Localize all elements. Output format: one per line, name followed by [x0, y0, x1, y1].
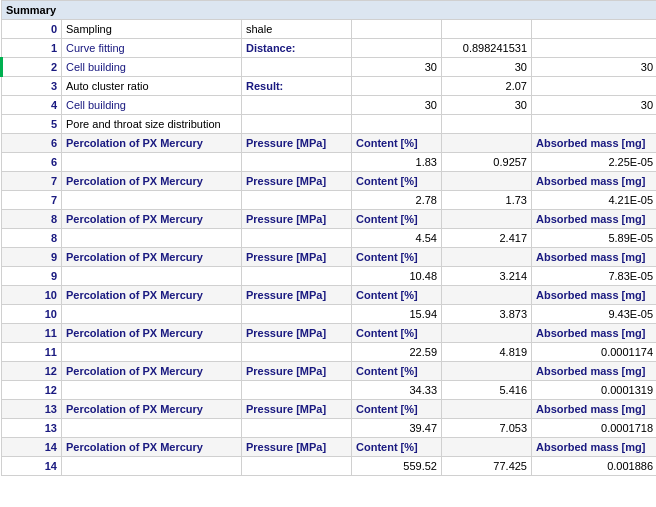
col4-value: 0.898241531: [442, 39, 532, 58]
col2-value: Pressure [MPa]: [242, 134, 352, 153]
col2-value: Distance:: [242, 39, 352, 58]
col4-value: [442, 210, 532, 229]
row-number: 2: [2, 58, 62, 77]
col3-value: 10.48: [352, 267, 442, 286]
data-row: 1Curve fittingDistance:0.898241531: [2, 39, 657, 58]
row-number: 1: [2, 39, 62, 58]
col2-value: Pressure [MPa]: [242, 324, 352, 343]
row-number: 6: [2, 153, 62, 172]
col5-value: Absorbed mass [mg]: [532, 362, 657, 381]
col4-value: [442, 362, 532, 381]
col4-value: [442, 172, 532, 191]
col5-value: 9.43E-05: [532, 305, 657, 324]
data-row: 0Samplingshale: [2, 20, 657, 39]
row-label: [62, 381, 242, 400]
col5-value: Absorbed mass [mg]: [532, 400, 657, 419]
col5-value: 4.21E-05: [532, 191, 657, 210]
section-header-row: 11Percolation of PX MercuryPressure [MPa…: [2, 324, 657, 343]
col2-value: [242, 457, 352, 476]
col2-value: [242, 153, 352, 172]
col5-value: [532, 39, 657, 58]
col4-value: [442, 286, 532, 305]
row-number: 8: [2, 229, 62, 248]
col3-value: Content [%]: [352, 286, 442, 305]
col4-value: [442, 324, 532, 343]
col5-value: 0.0001174: [532, 343, 657, 362]
col4-value: [442, 134, 532, 153]
row-number: 3: [2, 77, 62, 96]
col5-value: Absorbed mass [mg]: [532, 286, 657, 305]
section-header-row: 10Percolation of PX MercuryPressure [MPa…: [2, 286, 657, 305]
col2-value: [242, 229, 352, 248]
col2-value: [242, 58, 352, 77]
col3-value: 34.33: [352, 381, 442, 400]
col3-value: 30: [352, 96, 442, 115]
col5-value: Absorbed mass [mg]: [532, 324, 657, 343]
row-number: 7: [2, 191, 62, 210]
row-number: 0: [2, 20, 62, 39]
data-indent-row: 84.542.4175.89E-05: [2, 229, 657, 248]
col4-value: 2.07: [442, 77, 532, 96]
summary-header-row: Summary: [2, 1, 657, 20]
col5-value: 30: [532, 96, 657, 115]
col5-value: 5.89E-05: [532, 229, 657, 248]
col2-value: Pressure [MPa]: [242, 172, 352, 191]
col3-value: 39.47: [352, 419, 442, 438]
col5-value: Absorbed mass [mg]: [532, 248, 657, 267]
row-label: Percolation of PX Mercury: [62, 362, 242, 381]
col3-value: Content [%]: [352, 172, 442, 191]
col2-value: Pressure [MPa]: [242, 210, 352, 229]
col3-value: Content [%]: [352, 324, 442, 343]
col4-value: 5.416: [442, 381, 532, 400]
data-indent-row: 910.483.2147.83E-05: [2, 267, 657, 286]
col2-value: [242, 381, 352, 400]
row-number: 13: [2, 400, 62, 419]
col2-value: Pressure [MPa]: [242, 438, 352, 457]
col5-value: Absorbed mass [mg]: [532, 438, 657, 457]
summary-table: Summary0Samplingshale1Curve fittingDista…: [0, 0, 656, 476]
col2-value: Pressure [MPa]: [242, 286, 352, 305]
col2-value: Pressure [MPa]: [242, 248, 352, 267]
col3-value: 1.83: [352, 153, 442, 172]
section-header-row: 14Percolation of PX MercuryPressure [MPa…: [2, 438, 657, 457]
data-indent-row: 14559.5277.4250.001886: [2, 457, 657, 476]
col4-value: 30: [442, 58, 532, 77]
col3-value: Content [%]: [352, 134, 442, 153]
col5-value: Absorbed mass [mg]: [532, 172, 657, 191]
row-number: 9: [2, 248, 62, 267]
row-label: [62, 457, 242, 476]
section-header-row: 8Percolation of PX MercuryPressure [MPa]…: [2, 210, 657, 229]
row-label: Cell building: [62, 96, 242, 115]
row-label: Percolation of PX Mercury: [62, 134, 242, 153]
col5-value: 7.83E-05: [532, 267, 657, 286]
col3-value: Content [%]: [352, 400, 442, 419]
col3-value: 22.59: [352, 343, 442, 362]
row-number: 7: [2, 172, 62, 191]
row-number: 12: [2, 362, 62, 381]
main-table-container: Summary0Samplingshale1Curve fittingDista…: [0, 0, 656, 476]
col4-value: 7.053: [442, 419, 532, 438]
col3-value: Content [%]: [352, 438, 442, 457]
col3-value: 2.78: [352, 191, 442, 210]
col4-value: 3.873: [442, 305, 532, 324]
col2-value: [242, 191, 352, 210]
row-label: Cell building: [62, 58, 242, 77]
data-row: 5Pore and throat size distribution: [2, 115, 657, 134]
col4-value: 77.425: [442, 457, 532, 476]
row-label: Sampling: [62, 20, 242, 39]
row-label: Percolation of PX Mercury: [62, 172, 242, 191]
row-number: 10: [2, 305, 62, 324]
data-indent-row: 72.781.734.21E-05: [2, 191, 657, 210]
col5-value: [532, 115, 657, 134]
row-label: Auto cluster ratio: [62, 77, 242, 96]
row-label: [62, 267, 242, 286]
row-label: [62, 229, 242, 248]
row-number: 8: [2, 210, 62, 229]
col4-value: 4.819: [442, 343, 532, 362]
data-indent-row: 1234.335.4160.0001319: [2, 381, 657, 400]
section-header-row: 12Percolation of PX MercuryPressure [MPa…: [2, 362, 657, 381]
row-number: 4: [2, 96, 62, 115]
row-label: [62, 305, 242, 324]
col4-value: 1.73: [442, 191, 532, 210]
row-number: 9: [2, 267, 62, 286]
